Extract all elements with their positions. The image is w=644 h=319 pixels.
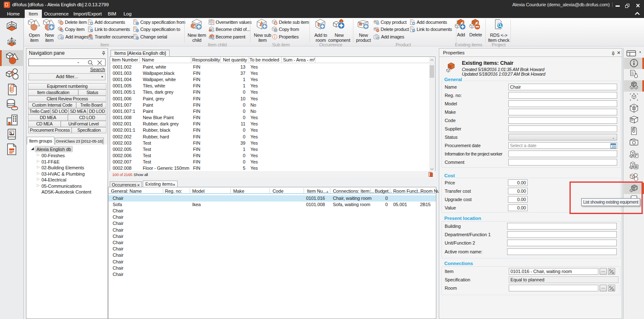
svg-text:15: 15 bbox=[612, 145, 615, 148]
